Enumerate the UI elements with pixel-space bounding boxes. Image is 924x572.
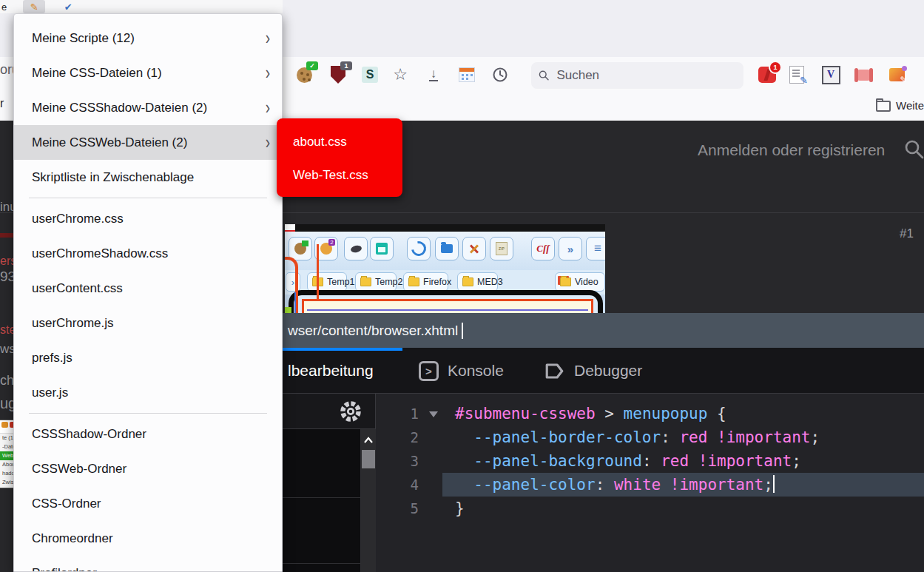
script-editor-extension-icon[interactable]: ✎ [787,65,806,84]
fold-gutter [419,425,455,449]
page-text-fragment: ersi [0,255,13,268]
browser-window: e ✎ ✔ ✓ 1 S ☆ ↓ [0,0,924,572]
tools-icon [470,244,479,253]
screenshot-orange-corner [285,257,298,313]
menu-item-skriptliste-in-zwischenablage[interactable]: Skriptliste in Zwischenablage [14,160,282,195]
cookie-icon [294,243,306,255]
yellow-folder-icon [408,277,419,286]
signin-link[interactable]: Anmelden oder registrieren [698,141,885,159]
menu-item-label: prefs.js [32,351,72,366]
toolbox-url-bar[interactable]: wser/content/browser.xhtml [283,313,924,348]
menu-item-meine-cssweb-dateien-2[interactable]: Meine CSSWeb-Dateien (2)› [14,125,282,160]
code-line-2[interactable]: 2 --panel-border-color: red !important; [376,425,924,449]
scroll-up-icon[interactable] [363,436,374,445]
line-number: 3 [376,449,419,473]
screenshot-orange-frame [302,299,593,313]
stylesheet-list-item[interactable] [283,429,360,498]
image-edit-extension-icon[interactable]: ✎ [887,65,906,84]
browser-toolbox: wser/content/browser.xhtml lbearbeitung … [283,313,924,572]
scrollbar-thumb[interactable] [362,450,375,468]
menu-separator [29,413,267,414]
downloads-button[interactable]: ↓ [424,65,443,84]
screenshot-folder-temp2: Temp2 [355,272,397,292]
fold-arrow-icon[interactable] [429,411,438,417]
stylesheet-list-item[interactable] [283,498,360,564]
submenu-item-web-test-css[interactable]: Web-Test.css [277,158,402,192]
fold-gutter [419,497,455,520]
code-line-4[interactable]: 4 --panel-color: white !important; [376,473,924,497]
page-text-fragment: inu [0,200,13,215]
fold-gutter [419,449,455,473]
vimium-extension-icon[interactable]: V [821,65,840,84]
screenshot-folder-label: Video [575,277,598,287]
submenu-item-about-css[interactable]: about.css [277,125,402,158]
css-source-editor[interactable]: 1#submenu-cssweb > menupopup {2 --panel-… [376,394,924,572]
other-bookmarks-folder[interactable]: Weite [876,98,924,112]
tab-debugger[interactable]: Debugger [544,348,642,394]
tab-console[interactable]: > Konsole [419,348,504,394]
css-icon: Cſſ [536,243,549,255]
shield-extension-icon[interactable]: 1 [328,65,348,84]
menubar-partial-label: e [1,1,7,13]
screenshot-toolbar-button-cookie [289,237,312,260]
fold-gutter [419,402,455,425]
menu-item-chromeordner[interactable]: Chromeordner [14,521,282,556]
menu-item-meine-css-dateien-1[interactable]: Meine CSS-Dateien (1)› [14,55,282,90]
post-image-screenshot[interactable]: ZIPCſſ»≡ › Temp1Temp2FirefoxMED3Video [285,224,605,313]
screenshot-folder-label: Temp2 [375,277,403,287]
menu-item-cssshadow-ordner[interactable]: CSSShadow-Ordner [14,417,282,451]
folder-icon [441,244,453,253]
page-text-fragment: ug [0,395,13,412]
gear-icon[interactable] [338,399,363,424]
code-line-3[interactable]: 3 --panel-background: red !important; [376,449,924,473]
menu-item-meine-cssshadow-dateien-2[interactable]: Meine CSSShadow-Dateien (2)› [14,90,282,125]
menu-item-label: Skriptliste in Zwischenablage [32,170,194,185]
screenshot-blue-border-fragment [307,309,588,311]
screenshot-toolbar-button-menu: ≡ [586,237,605,260]
debugger-icon [544,360,565,382]
menu-bar: e ✎ ✔ [0,0,283,13]
history-button[interactable] [490,65,510,84]
menu-item-userchrome-js[interactable]: userChrome.js [14,306,282,340]
page-text-fragment: ch [0,373,13,388]
menu-item-profilordner[interactable]: Profilordner [14,556,282,572]
screenshot-titlebar-fragment [285,224,295,232]
screenshot-toolbar-button-sync [407,237,431,260]
cookie-extension-icon[interactable]: ✓ [294,65,314,84]
screenshot-folder-temp1: Temp1 [307,272,347,292]
redflag-extension-icon[interactable]: 1 [758,65,777,84]
menu-item-label: Meine Scripte (12) [32,31,135,46]
folder-icon [876,101,891,112]
bookmark-star-button[interactable]: ☆ [391,65,410,84]
script-manager-button[interactable]: ✎ [23,0,45,13]
menu-item-user-js[interactable]: user.js [14,375,282,410]
stylus-extension-icon[interactable]: S [360,65,380,84]
menu-icon: ≡ [594,241,601,256]
stylesheet-list-scrollbar[interactable] [361,429,376,572]
scroll-extension-icon[interactable] [854,65,873,84]
page-text-fragment: 93 [0,269,13,285]
stylesheet-list[interactable] [283,429,361,572]
screenshot-toolbar-button-folder [435,237,459,260]
code-lines[interactable]: 1#submenu-cssweb > menupopup {2 --panel-… [376,402,924,520]
tab-style-editor[interactable]: lbearbeitung [288,348,374,394]
menu-item-css-ordner[interactable]: CSS-Ordner [14,486,282,521]
search-field[interactable] [531,62,743,89]
calendar-extension-icon[interactable] [457,65,476,84]
page-search-icon[interactable] [904,139,924,160]
menu-item-meine-scripte-12[interactable]: Meine Scripte (12)› [14,21,282,55]
menu-item-userchrome-css[interactable]: userChrome.css [14,201,282,236]
code-text: --panel-color: white !important; [455,473,775,497]
scroll-icon [855,70,872,81]
menu-item-userchromeshadow-css[interactable]: userChromeShadow.css [14,236,282,271]
screenshot-toolbar-button-floppy [370,237,394,260]
code-line-1[interactable]: 1#submenu-cssweb > menupopup { [376,402,924,425]
menu-item-cssweb-ordner[interactable]: CSSWeb-Ordner [14,451,282,486]
search-input[interactable] [555,67,736,84]
checkmark-toolbar-button[interactable]: ✔ [58,0,78,13]
code-line-5[interactable]: 5} [376,497,924,520]
stylesheet-list-header [283,394,376,429]
menu-item-prefs-js[interactable]: prefs.js [14,340,282,375]
menu-item-usercontent-css[interactable]: userContent.css [14,271,282,306]
cookie-badge: ✓ [306,61,318,70]
